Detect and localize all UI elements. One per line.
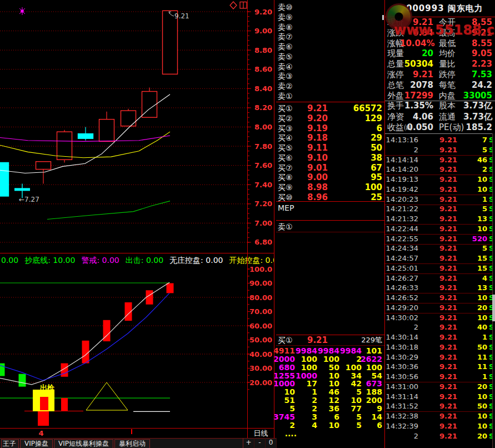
tick-row[interactable]: 14:24:579.2115S [385, 253, 492, 264]
diamond-icon[interactable] [230, 2, 237, 9]
tick-row[interactable]: 14:22:559.21520S [385, 234, 492, 245]
buy-row[interactable]: 买⑧9.0095 [276, 172, 384, 182]
tick-row[interactable]: 14:31:009.2120S [385, 382, 492, 392]
buy-row[interactable]: 买③9.196 [276, 123, 384, 133]
quote-value: 0.050 [400, 122, 433, 133]
sell-row-label: 卖⑨ [278, 12, 293, 22]
candlestick-chart[interactable]: 9.21←7.27 [0, 0, 247, 253]
period-label-box[interactable]: 日线 [248, 428, 274, 439]
sell-row[interactable]: 卖⑨ [276, 12, 384, 22]
tick-row[interactable]: 14:31:529.2150S [385, 401, 492, 412]
tick-row[interactable]: 14:30:149.211S [385, 332, 492, 342]
sell-row[interactable]: 卖⑧ [276, 22, 384, 32]
sell-row[interactable]: 卖⑥ [276, 42, 384, 52]
buy-row[interactable]: 买①9.2166572 [276, 103, 384, 113]
sell-row[interactable]: 卖② [276, 81, 384, 91]
indicator-tick-label: 30.00 [249, 364, 272, 372]
tick-row[interactable]: 14:32:399.2110S [385, 421, 492, 431]
tick-row[interactable]: 14:14:209.212S [385, 165, 492, 175]
tick-row[interactable]: 14:19:429.2110S [385, 185, 492, 195]
tick-row[interactable]: 14:26:279.214S [385, 273, 492, 283]
sell-row[interactable]: 卖⑩ [276, 2, 384, 12]
sell-row[interactable]: 卖④ [276, 62, 384, 72]
tick-row[interactable]: 14:24:349.215S [385, 243, 492, 253]
stock-title[interactable]: 000993 闽东电力 [406, 3, 483, 14]
tick-time: 14:30:56 [385, 372, 418, 382]
tick-row[interactable]: 14:30:369.2111S [385, 362, 492, 372]
tick-row[interactable]: 14:21:329.2113S [385, 214, 492, 225]
tick-row[interactable]: 14:20:239.211S [385, 195, 492, 205]
detail-cell: 100 [339, 364, 362, 372]
quote-value: 9.05 [447, 48, 492, 59]
tick-row[interactable]: 14:19:139.2110S [385, 175, 492, 185]
tick-row[interactable]: 14:31:149.2110S [385, 392, 492, 402]
detail-cell: 100 [317, 355, 339, 364]
candle-up [99, 120, 114, 142]
period-label: 日线 [254, 429, 268, 437]
price-tick-label: 8.20 [254, 103, 272, 112]
scrollbar-track[interactable] [492, 133, 495, 448]
x-axis-cursor-tick [131, 429, 132, 434]
tick-row[interactable]: 14:21:229.215S [385, 204, 492, 214]
tab-VIP短线暴利操盘[interactable]: VIP短线暴利操盘 [54, 439, 113, 448]
tick-row[interactable]: 14:13:169.217S [385, 135, 492, 145]
buy-row[interactable]: 买⑥9.1038 [276, 153, 384, 163]
tick-row[interactable]: 29.215S [385, 145, 492, 156]
indicator-header-item: 出击: 0.00 [126, 256, 163, 265]
tick-row[interactable]: 14:26:529.2110S [385, 293, 492, 303]
tick-row[interactable]: 29.2140S [385, 322, 492, 332]
buy-row[interactable]: 买⑨8.98100 [276, 182, 384, 192]
tick-row[interactable]: 14:30:569.211S [385, 372, 492, 382]
tick-volume: 46 [451, 155, 487, 165]
detail-cell: 2 [295, 396, 317, 405]
sell-row[interactable]: 卖⑤ [276, 52, 384, 62]
tab-暴利启动[interactable]: 暴利启动 [114, 439, 150, 448]
detail-cell: 77 [339, 405, 362, 413]
tab-VIP操盘[interactable]: VIP操盘 [20, 439, 53, 448]
sell-row[interactable]: 卖③ [276, 71, 384, 81]
tick-row[interactable]: 14:32:389.2110S [385, 411, 492, 421]
tick-row[interactable]: 14:14:149.2146S [385, 155, 492, 165]
quote-value: 3.73亿 [447, 112, 492, 122]
buy-row[interactable]: 买④9.1829 [276, 133, 384, 143]
quote-row: 涨停9.21跌停7.53 [385, 69, 495, 80]
buy-row[interactable]: 买②9.20129 [276, 113, 384, 123]
quote-value: 33005 [447, 91, 492, 101]
tick-row[interactable]: 14:30:189.2150S [385, 342, 492, 352]
scrollbar-thumb[interactable] [492, 295, 495, 321]
tick-row[interactable]: 14:25:019.2115S [385, 263, 492, 274]
zoom-out-button[interactable]: - [254, 438, 266, 448]
indicator-chart[interactable]: 出枪 [0, 267, 247, 437]
buy-row[interactable]: 买⑤9.1150 [276, 143, 384, 153]
tick-volume: 11 [451, 352, 487, 362]
zoom-in-button[interactable]: + [243, 438, 254, 448]
sell-row[interactable]: 卖⑦ [276, 32, 384, 42]
buy-row-label: 买⑨ [278, 182, 293, 192]
quote-value: 10.04% [400, 38, 433, 49]
buy-row-label: 买① [278, 103, 293, 113]
buy-row-volume: 100 [347, 182, 382, 192]
tick-row[interactable]: 14:30:299.2111S [385, 352, 492, 362]
tick-row[interactable]: 14:30:029.2110S [385, 313, 492, 323]
zoom-reset-button[interactable]: 0 [266, 438, 277, 448]
tick-time: 14:25:01 [385, 263, 418, 273]
tick-time: 14:31:00 [385, 382, 418, 392]
detail-cell: 2 [295, 405, 317, 413]
tab-王子[interactable]: 王子 [1, 439, 19, 448]
tick-volume: 13 [451, 214, 487, 224]
scrollbar-thumb[interactable] [382, 15, 384, 20]
more-ellipsis[interactable]: .... [276, 429, 297, 438]
quote-row: 涨幅10.04%最低8.55 [385, 38, 495, 49]
quote-value: 2.23 [447, 59, 492, 69]
detail-cell: 3 [295, 413, 317, 421]
sell-row[interactable]: 卖① [276, 91, 384, 101]
detail-cell: 5 [339, 413, 362, 421]
tick-row[interactable]: 14:22:449.2110S [385, 224, 492, 235]
tick-row[interactable]: 14:26:339.2113S [385, 283, 492, 293]
tick-row[interactable]: 14:29:209.2120S [385, 303, 492, 313]
tick-time: 14:22:44 [385, 224, 418, 234]
tick-row[interactable]: 29.2120S [385, 431, 492, 441]
bottom-tab-bar: 王子VIP操盘VIP短线暴利操盘暴利启动 [0, 438, 276, 448]
tick-time: 14:24:34 [385, 243, 418, 253]
buy-row[interactable]: 买⑦9.0167 [276, 163, 384, 173]
